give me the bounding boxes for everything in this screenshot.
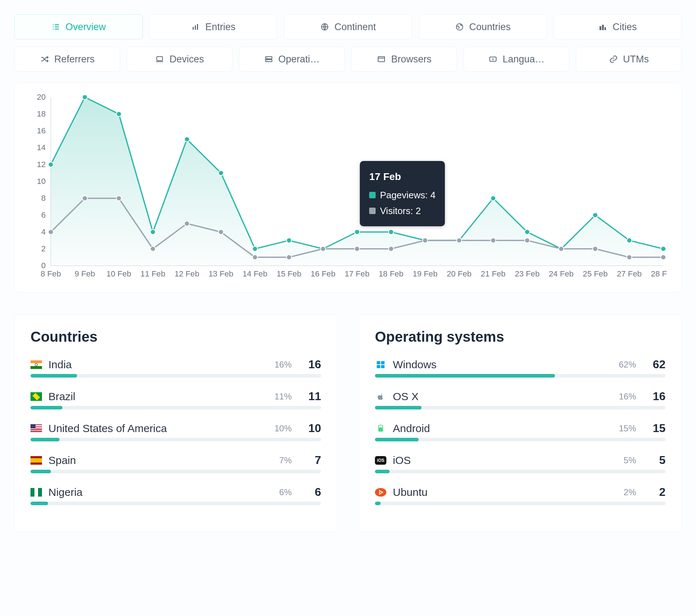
tab-utms[interactable]: UTMs (576, 47, 682, 72)
world-icon (455, 22, 464, 32)
tab-languages[interactable]: ALangua… (464, 47, 569, 72)
os-title: Operating systems (375, 329, 666, 345)
svg-point-17 (267, 57, 267, 58)
svg-text:20: 20 (37, 94, 46, 101)
svg-point-97 (381, 426, 382, 427)
chart-tooltip: 17 Feb Pageviews: 4Visitors: 2 (360, 161, 445, 226)
row-pct: 10% (272, 423, 292, 433)
flag-icon (30, 360, 42, 369)
os-and-icon (375, 424, 386, 433)
tab-operating[interactable]: Operati… (239, 47, 345, 72)
svg-text:16: 16 (37, 126, 46, 135)
list-item[interactable]: iOSiOS5%5 (375, 454, 666, 467)
svg-text:14: 14 (37, 143, 46, 152)
window-icon (377, 55, 386, 64)
svg-point-90 (627, 255, 632, 260)
tab-label: Referrers (54, 54, 95, 65)
list-item[interactable]: Spain7%7 (30, 454, 321, 467)
tab-countries[interactable]: Countries (419, 14, 547, 39)
chart-area[interactable]: 024681012141618208 Feb9 Feb10 Feb11 Feb1… (29, 94, 667, 280)
primary-tabs: OverviewEntriesContinentCountriesCities (14, 14, 682, 39)
row-pct: 5% (616, 455, 636, 465)
tab-continent[interactable]: Continent (284, 14, 412, 39)
laptop-icon (155, 55, 164, 64)
svg-text:17 Feb: 17 Feb (345, 269, 370, 278)
svg-rect-11 (599, 26, 601, 30)
row-name: Spain (48, 454, 265, 466)
svg-rect-13 (605, 27, 606, 30)
os-ios-icon: iOS (375, 456, 386, 465)
svg-point-89 (593, 246, 598, 251)
svg-point-75 (116, 196, 121, 201)
svg-point-59 (218, 171, 224, 176)
row-value: 16 (303, 358, 321, 371)
svg-point-76 (150, 246, 155, 251)
link-icon (609, 55, 618, 64)
svg-point-88 (559, 246, 564, 251)
svg-point-63 (354, 229, 359, 234)
tab-cities[interactable]: Cities (553, 14, 682, 39)
svg-rect-6 (193, 27, 194, 30)
svg-text:8: 8 (41, 194, 46, 203)
list-item[interactable]: India16%16 (30, 358, 321, 371)
list-item[interactable]: OS X16%16 (375, 390, 666, 403)
row-name: India (48, 359, 265, 371)
tab-overview[interactable]: Overview (14, 14, 143, 39)
svg-text:A: A (492, 58, 494, 61)
svg-rect-19 (378, 57, 385, 62)
svg-point-86 (491, 238, 496, 243)
tab-label: Operati… (278, 54, 320, 65)
svg-point-61 (286, 238, 291, 243)
flag-icon (30, 456, 42, 465)
list-item[interactable]: Nigeria6%6 (30, 485, 321, 499)
svg-text:0: 0 (41, 261, 46, 270)
svg-point-78 (218, 229, 224, 234)
tab-browsers[interactable]: Browsers (351, 47, 457, 72)
tab-label: Continent (334, 22, 376, 33)
svg-text:8 Feb: 8 Feb (41, 269, 61, 278)
svg-point-81 (320, 246, 325, 251)
svg-rect-92 (377, 361, 380, 364)
city-icon (598, 22, 607, 32)
tab-entries[interactable]: Entries (149, 14, 278, 39)
svg-point-70 (593, 213, 598, 218)
svg-point-77 (184, 221, 189, 226)
list-item[interactable]: Android15%15 (375, 422, 666, 435)
row-bar (30, 470, 321, 473)
row-pct: 16% (616, 392, 636, 402)
row-pct: 11% (272, 392, 292, 402)
row-name: Windows (393, 359, 610, 371)
tab-devices[interactable]: Devices (127, 47, 232, 72)
row-name: Android (393, 422, 610, 435)
svg-point-85 (457, 238, 462, 243)
svg-point-54 (48, 162, 53, 167)
svg-point-5 (53, 29, 53, 29)
tooltip-row: Pageviews: 4 (369, 187, 436, 203)
row-name: United States of America (48, 422, 265, 435)
row-bar (375, 438, 666, 441)
svg-point-57 (150, 229, 155, 234)
line-chart: 024681012141618208 Feb9 Feb10 Feb11 Feb1… (29, 94, 667, 280)
row-value: 10 (303, 422, 321, 435)
tooltip-text: Visitors: 2 (380, 203, 421, 219)
server-icon (264, 55, 273, 64)
tooltip-swatch (369, 208, 376, 214)
svg-point-96 (379, 426, 380, 427)
list-item[interactable]: Brazil11%11 (30, 390, 321, 403)
row-bar (375, 502, 666, 505)
svg-text:10: 10 (37, 177, 46, 186)
list-item[interactable]: United States of America10%10 (30, 422, 321, 435)
svg-text:2: 2 (41, 244, 46, 253)
row-bar (30, 502, 321, 505)
row-value: 11 (303, 390, 321, 403)
list-item[interactable]: Ubuntu2%2 (375, 485, 666, 499)
row-value: 15 (648, 422, 666, 435)
row-value: 2 (648, 485, 666, 499)
os-ubu-icon (375, 488, 386, 497)
list-item[interactable]: Windows62%62 (375, 358, 666, 371)
svg-text:9 Feb: 9 Feb (75, 269, 95, 278)
svg-point-64 (389, 229, 394, 234)
svg-text:15 Feb: 15 Feb (277, 269, 301, 278)
tab-referrers[interactable]: Referrers (14, 47, 120, 72)
svg-rect-12 (602, 25, 604, 30)
